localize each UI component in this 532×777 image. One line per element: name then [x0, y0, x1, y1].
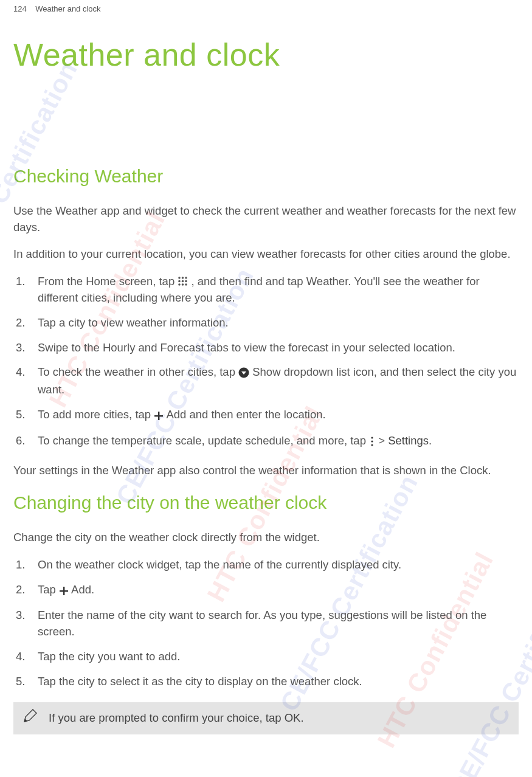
step-item: To change the temperature scale, update …: [30, 433, 519, 451]
step-text: Tap: [38, 583, 59, 596]
svg-rect-12: [154, 415, 163, 416]
page-number: 124: [13, 4, 27, 13]
step-item: Swipe to the Hourly and Forecast tabs to…: [30, 340, 519, 356]
step-text: Tap the city you want to add.: [38, 650, 180, 663]
body-paragraph: Use the Weather app and widget to check …: [13, 203, 519, 236]
running-header: 124 Weather and clock: [13, 0, 519, 32]
body-paragraph: Change the city on the weather clock dir…: [13, 530, 519, 546]
step-list: From the Home screen, tap , and then fin…: [13, 274, 519, 451]
step-item: To check the weather in other cities, ta…: [30, 364, 519, 398]
ok-label: OK: [285, 711, 301, 724]
svg-point-14: [371, 440, 373, 442]
step-item: Tap the city you want to add.: [30, 649, 519, 665]
note-text-part: If you are prompted to confirm your choi…: [49, 711, 285, 724]
step-text: Enter the name of the city want to searc…: [38, 609, 486, 638]
settings-label: Settings: [388, 434, 429, 447]
step-text: Add.: [71, 583, 94, 596]
step-item: From the Home screen, tap , and then fin…: [30, 274, 519, 306]
svg-point-1: [182, 277, 184, 279]
dropdown-icon: [238, 365, 249, 382]
step-text: Tap the city to select it as the city to…: [38, 675, 362, 688]
svg-point-8: [185, 283, 188, 286]
step-text: From the Home screen, tap: [38, 275, 178, 288]
step-text: To change the temperature scale, update …: [38, 434, 369, 447]
body-paragraph: Your settings in the Weather app also co…: [13, 463, 519, 479]
svg-point-5: [185, 280, 188, 283]
svg-point-15: [371, 444, 373, 446]
step-text: Swipe to the Hourly and Forecast tabs to…: [38, 341, 455, 354]
step-text: >: [378, 434, 388, 447]
step-list: On the weather clock widget, tap the nam…: [13, 557, 519, 690]
svg-point-2: [185, 277, 188, 279]
svg-point-3: [179, 280, 181, 283]
step-text: To check the weather in other cities, ta…: [38, 365, 238, 378]
step-text: To add more cities, tap: [38, 408, 154, 421]
step-item: Tap Add.: [30, 582, 519, 599]
step-item: Tap a city to view weather information.: [30, 315, 519, 331]
step-text: .: [429, 434, 432, 447]
body-paragraph: In addition to your current location, yo…: [13, 246, 519, 263]
apps-grid-icon: [178, 276, 188, 286]
pen-icon: [22, 708, 38, 729]
watermark-red: HTC Confidential: [0, 0, 10, 171]
note-text: If you are prompted to confirm your choi…: [49, 710, 510, 727]
svg-point-13: [371, 437, 373, 438]
plus-icon: [59, 583, 69, 599]
step-text: Tap a city to view weather information.: [38, 316, 229, 329]
step-text: Add and then enter the location.: [166, 408, 325, 421]
plus-icon: [154, 408, 164, 424]
svg-point-6: [179, 283, 181, 286]
svg-point-0: [179, 277, 181, 279]
note-text-part: .: [300, 711, 303, 724]
running-title: Weather and clock: [35, 4, 100, 13]
step-text: On the weather clock widget, tap the nam…: [38, 558, 401, 571]
svg-point-7: [182, 283, 184, 286]
svg-rect-17: [60, 590, 68, 592]
page-title: Weather and clock: [13, 32, 519, 78]
step-item: To add more cities, tap Add and then ent…: [30, 407, 519, 424]
step-item: Enter the name of the city want to searc…: [30, 607, 519, 640]
svg-point-4: [182, 280, 184, 283]
note-callout: If you are prompted to confirm your choi…: [13, 702, 519, 735]
section-heading-changing-city: Changing the city on the weather clock: [13, 489, 519, 516]
step-item: On the weather clock widget, tap the nam…: [30, 557, 519, 573]
step-item: Tap the city to select it as the city to…: [30, 674, 519, 690]
overflow-menu-icon: [369, 434, 375, 451]
section-heading-checking-weather: Checking Weather: [13, 163, 519, 190]
